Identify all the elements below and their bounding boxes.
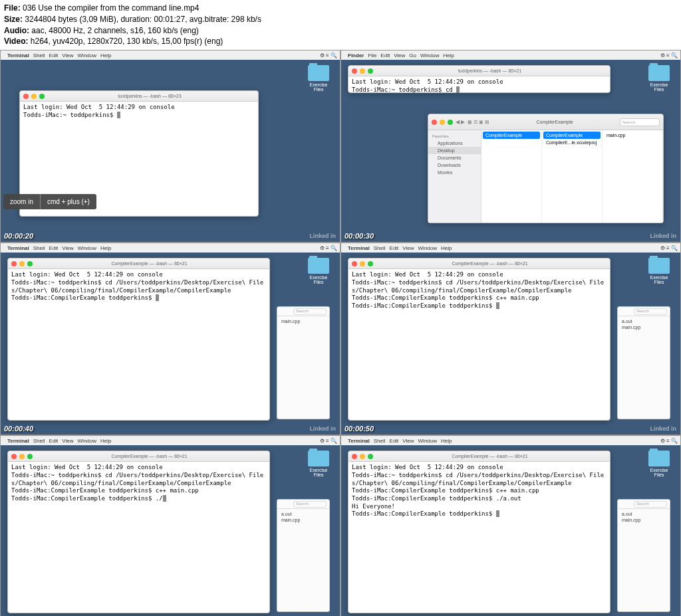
menu-item[interactable]: View: [62, 52, 73, 58]
menu-item[interactable]: Help: [441, 245, 452, 251]
desktop-folder[interactable]: Exercise Files: [647, 258, 671, 284]
minimize-icon[interactable]: [360, 454, 365, 459]
menu-item[interactable]: View: [402, 438, 414, 444]
close-icon[interactable]: [352, 261, 357, 266]
finder-search[interactable]: Search: [293, 501, 327, 508]
menu-item[interactable]: Edit: [380, 52, 390, 58]
folder-entry[interactable]: CompilerExample: [483, 132, 540, 139]
finder-window-partial[interactable]: Search a.out main.cpp: [617, 306, 670, 419]
close-icon[interactable]: [432, 120, 437, 125]
minimize-icon[interactable]: [31, 94, 37, 99]
terminal-window[interactable]: CompilerExample — -bash — 80×21 Last log…: [348, 451, 611, 613]
desktop-folder[interactable]: Exercise Files: [307, 65, 331, 92]
app-name[interactable]: Terminal: [348, 245, 370, 251]
menu-item[interactable]: Edit: [49, 245, 59, 251]
maximize-icon[interactable]: [27, 454, 33, 459]
finder-window[interactable]: ◀ ▶ ▦ ☰ ▣ ▤ CompilerExample Search Favor…: [428, 114, 664, 223]
terminal-output[interactable]: Last login: Wed Oct 5 12:44:29 on consol…: [8, 269, 269, 304]
menu-item[interactable]: Help: [100, 438, 111, 444]
terminal-output[interactable]: Last login: Wed Oct 5 12:44:29 on consol…: [348, 269, 610, 312]
finder-column[interactable]: CompilerExample CompilerE...le.xcodeproj: [542, 130, 603, 223]
menu-item[interactable]: View: [394, 52, 405, 58]
app-name[interactable]: Terminal: [348, 438, 370, 444]
terminal-window[interactable]: toddperkins — -bash — 80×21 Last login: …: [348, 65, 611, 93]
view-mode-icons[interactable]: ▦ ☰ ▣ ▤: [468, 120, 489, 125]
finder-search[interactable]: Search: [634, 308, 667, 315]
menu-item[interactable]: Shell: [33, 438, 45, 444]
maximize-icon[interactable]: [27, 261, 33, 266]
desktop-folder[interactable]: Exercise Files: [647, 65, 671, 92]
finder-toolbar[interactable]: ◀ ▶ ▦ ☰ ▣ ▤ CompilerExample Search: [428, 114, 663, 130]
minimize-icon[interactable]: [440, 120, 445, 125]
menu-item[interactable]: Shell: [374, 438, 386, 444]
menu-item[interactable]: View: [62, 438, 73, 444]
maximize-icon[interactable]: [448, 120, 453, 125]
maximize-icon[interactable]: [368, 68, 373, 74]
menubar[interactable]: Finder File Edit View Go Window Help ⚙ ≡…: [341, 51, 680, 60]
terminal-output[interactable]: Last login: Wed Oct 5 12:44:29 on consol…: [8, 462, 269, 504]
desktop-folder[interactable]: Exercise Files: [307, 258, 331, 284]
desktop-folder[interactable]: Exercise Files: [307, 451, 331, 477]
finder-window-partial[interactable]: Search a.out main.cpp: [277, 499, 330, 612]
menubar[interactable]: Terminal Shell Edit View Window Help ⚙ ≡…: [1, 51, 340, 60]
menu-item[interactable]: Window: [420, 52, 439, 58]
menu-item[interactable]: Shell: [374, 245, 386, 251]
status-icons[interactable]: ⚙ ≡ 🔍: [320, 438, 337, 444]
file-entry[interactable]: main.cpp: [604, 132, 661, 139]
sidebar-item[interactable]: Downloads: [428, 161, 481, 169]
window-titlebar[interactable]: toddperkins — -bash — 80×21: [348, 66, 610, 76]
menu-item[interactable]: View: [62, 245, 73, 251]
menu-item[interactable]: Window: [418, 438, 437, 444]
menu-item[interactable]: View: [402, 245, 414, 251]
menubar[interactable]: Terminal Shell Edit View Window Help ⚙ ≡…: [1, 243, 340, 253]
minimize-icon[interactable]: [360, 261, 365, 266]
menu-item[interactable]: Help: [100, 52, 111, 58]
menubar[interactable]: Terminal Shell Edit View Window Help ⚙ ≡…: [1, 436, 340, 445]
close-icon[interactable]: [352, 68, 357, 74]
finder-window-partial[interactable]: Search main.cpp: [277, 306, 330, 419]
menu-item[interactable]: Go: [409, 52, 416, 58]
window-titlebar[interactable]: CompilerExample — -bash — 80×21: [8, 451, 269, 462]
finder-column[interactable]: CompilerExample: [481, 130, 542, 223]
status-icons[interactable]: ⚙ ≡ 🔍: [660, 438, 678, 444]
menubar[interactable]: Terminal Shell Edit View Window Help ⚙ ≡…: [341, 243, 680, 253]
menu-item[interactable]: Shell: [33, 52, 45, 58]
minimize-icon[interactable]: [19, 454, 25, 459]
window-titlebar[interactable]: CompilerExample — -bash — 80×21: [348, 258, 610, 269]
desktop-folder[interactable]: Exercise Files: [647, 451, 671, 477]
close-icon[interactable]: [23, 94, 29, 99]
file-entry[interactable]: a.out: [281, 511, 325, 517]
file-entry[interactable]: main.cpp: [622, 517, 666, 523]
finder-sidebar[interactable]: Favorites Applications Desktop Documents…: [428, 130, 481, 223]
menu-item[interactable]: Help: [100, 245, 111, 251]
app-name[interactable]: Terminal: [7, 438, 29, 444]
close-icon[interactable]: [352, 454, 357, 459]
sidebar-item[interactable]: Applications: [428, 140, 481, 147]
finder-window-partial[interactable]: Search a.out main.cpp: [617, 499, 670, 612]
terminal-output[interactable]: Last login: Wed Oct 5 12:44:29 on consol…: [20, 102, 258, 121]
status-icons[interactable]: ⚙ ≡ 🔍: [660, 245, 678, 251]
status-icons[interactable]: ⚙ ≡ 🔍: [660, 52, 678, 58]
status-icons[interactable]: ⚙ ≡ 🔍: [320, 245, 337, 251]
minimize-icon[interactable]: [19, 261, 25, 266]
menu-item[interactable]: Shell: [33, 245, 45, 251]
app-name[interactable]: Finder: [348, 52, 364, 58]
menubar[interactable]: Terminal Shell Edit View Window Help ⚙ ≡…: [341, 436, 680, 445]
maximize-icon[interactable]: [368, 261, 373, 266]
folder-entry[interactable]: CompilerExample: [543, 132, 601, 139]
menu-item[interactable]: Edit: [390, 245, 399, 251]
app-name[interactable]: Terminal: [7, 52, 29, 58]
menu-item[interactable]: Edit: [390, 438, 399, 444]
menu-item[interactable]: File: [368, 52, 376, 58]
sidebar-item[interactable]: Desktop: [428, 147, 481, 154]
app-name[interactable]: Terminal: [7, 245, 29, 251]
terminal-output[interactable]: Last login: Wed Oct 5 12:44:29 on consol…: [348, 462, 610, 520]
file-entry[interactable]: a.out: [622, 511, 666, 517]
close-icon[interactable]: [11, 261, 17, 266]
window-titlebar[interactable]: CompilerExample — -bash — 80×21: [348, 451, 610, 462]
menu-item[interactable]: Window: [78, 52, 96, 58]
file-entry[interactable]: CompilerE...le.xcodeproj: [543, 139, 601, 146]
finder-search[interactable]: Search: [293, 308, 327, 315]
maximize-icon[interactable]: [39, 94, 45, 99]
status-icons[interactable]: ⚙ ≡ 🔍: [320, 52, 337, 58]
